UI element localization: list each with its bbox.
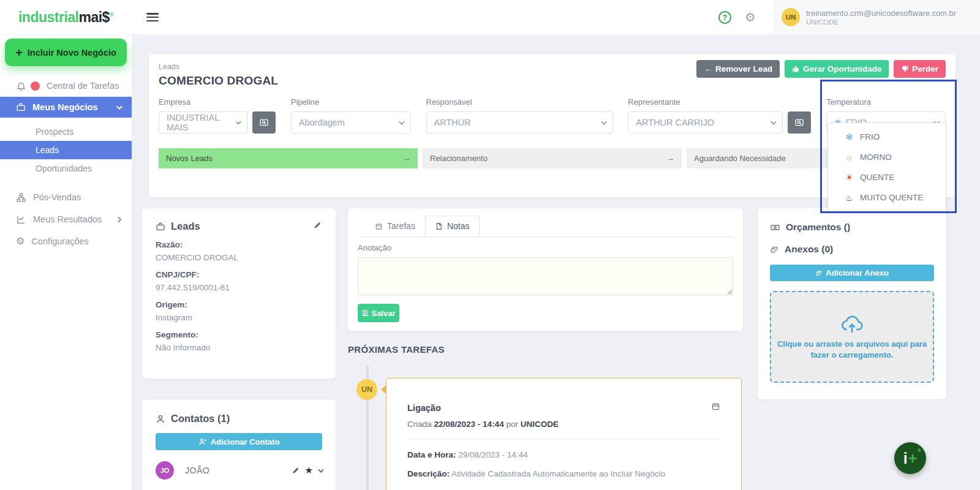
attachments-heading: Anexos (0) <box>770 244 934 255</box>
stage-relacionamento[interactable]: Relacionamento→ <box>423 148 682 168</box>
main-content: Leads COMERCIO DROGAL ← Remover Lead Ger… <box>132 35 980 490</box>
header-actions: ← Remover Lead Gerar Oportunidade Perder <box>696 60 946 78</box>
new-business-button[interactable]: + Incluir Novo Negócio <box>5 39 127 66</box>
sidebar-item-prospects[interactable]: Prospects <box>0 123 132 141</box>
option-label: MUITO QUENTE <box>860 193 923 202</box>
sidebar-item-leads[interactable]: Leads <box>0 141 132 159</box>
sidebar-item-central-tarefas[interactable]: Central de Tarefas <box>0 75 132 97</box>
empresa-lookup-button[interactable] <box>252 111 276 134</box>
sun-dim-icon: ☼ <box>844 152 854 162</box>
contacts-card: Contatos (1) Adicionar Contato JO JOÃO ★ <box>142 399 336 490</box>
edit-pencil-icon[interactable] <box>292 466 300 475</box>
sidebar-item-label: Configurações <box>31 236 89 246</box>
sidebar-item-meus-resultados[interactable]: Meus Resultados <box>0 208 132 230</box>
empresa-select[interactable]: INDUSTRIAL MAIS <box>159 111 247 134</box>
tab-label: Notas <box>447 221 470 231</box>
cloud-upload-icon <box>840 313 864 334</box>
star-icon[interactable]: ★ <box>305 465 313 476</box>
lose-lead-label: Perder <box>912 64 938 74</box>
created-author: UNICODE <box>521 420 559 429</box>
lose-lead-button[interactable]: Perder <box>894 60 946 78</box>
topbar: industrialmai$® ? ⚙ UN treinamento.crm@u… <box>0 0 980 35</box>
timeline-arrow <box>381 385 386 394</box>
thermometer-hot-icon: ♨ <box>844 193 854 203</box>
temperatura-option-quente[interactable]: ☀QUENTE <box>828 167 946 187</box>
banknote-icon <box>770 222 780 233</box>
notes-card: Tarefas Notas Anotação Salvar <box>348 208 743 331</box>
add-contact-button[interactable]: Adicionar Contato <box>156 433 322 450</box>
add-attachment-button[interactable]: Adicionar Anexo <box>770 265 934 281</box>
sidebar-item-meus-negocios[interactable]: Meus Negócios <box>0 97 132 118</box>
sun-icon: ☀ <box>844 172 854 183</box>
hamburger-menu-icon[interactable] <box>146 13 159 21</box>
sidebar-item-label: Prospects <box>36 127 74 137</box>
remove-lead-label: Remover Lead <box>715 64 772 74</box>
empresa-label: Empresa <box>159 97 276 107</box>
fab-plus-text: + <box>908 450 918 467</box>
paperclip-icon <box>770 245 779 254</box>
save-floppy-icon <box>361 309 369 317</box>
sidebar-nav: Central de Tarefas Meus Negócios Prospec… <box>0 75 132 252</box>
sidebar-item-label: Leads <box>36 145 59 155</box>
fab-i-text: i <box>903 450 908 467</box>
tab-notas[interactable]: Notas <box>425 216 480 236</box>
remove-lead-button[interactable]: ← Remover Lead <box>696 60 780 78</box>
generate-opportunity-button[interactable]: Gerar Oportunidade <box>785 60 889 78</box>
chevron-down-icon[interactable] <box>318 467 324 473</box>
representante-select[interactable]: ARTHUR CARRIJO <box>628 111 783 134</box>
notes-tabbar: Tarefas Notas <box>358 216 733 237</box>
temperatura-option-frio[interactable]: ❄FRIO <box>828 127 946 147</box>
pipeline-select[interactable]: Abordagem <box>291 111 411 134</box>
next-tasks-section: PRÓXIMAS TAREFAS UN Ligação Criada 22/08… <box>348 344 743 490</box>
dropzone-text: Clique ou arraste os arquivos aqui para … <box>775 339 929 360</box>
task-divider <box>407 439 720 439</box>
user-menu[interactable]: UN treinamento.crm@unicodesoftware.com.b… <box>773 0 980 35</box>
arrow-right-icon: → <box>666 154 674 163</box>
snowflake-icon: ❄ <box>844 132 854 143</box>
budgets-title: Orçamentos () <box>786 222 850 233</box>
arrow-right-icon: → <box>402 154 410 163</box>
paperclip-icon <box>815 270 823 277</box>
add-attachment-label: Adicionar Anexo <box>826 268 889 277</box>
temperatura-option-morno[interactable]: ☼MORNO <box>828 147 946 167</box>
logo[interactable]: industrialmai$® <box>0 9 132 26</box>
annotation-textarea[interactable] <box>358 257 733 295</box>
responsavel-group: Responsável ARTHUR <box>426 97 613 134</box>
sidebar-item-label: Central de Tarefas <box>47 81 119 91</box>
datetime-label: Data e Hora: <box>407 450 456 459</box>
help-icon[interactable]: ? <box>718 11 731 24</box>
temperatura-option-muito-quente[interactable]: ♨MUITO QUENTE <box>828 187 946 208</box>
sidebar-item-oportunidades[interactable]: Oportunidades <box>0 159 132 178</box>
person-icon <box>156 414 165 424</box>
sidebar-item-pos-vendas[interactable]: Pós-Vendas <box>0 186 132 208</box>
field-label: CNPJ/CPF: <box>156 270 322 279</box>
edit-pencil-icon[interactable] <box>313 221 322 232</box>
representante-label: Representante <box>628 97 811 107</box>
stage-novos-leads[interactable]: Novos Leads→ <box>159 148 418 168</box>
sidebar-item-label: Meus Negócios <box>32 102 97 112</box>
note-icon <box>435 222 443 230</box>
empresa-group: Empresa INDUSTRIAL MAIS <box>159 97 276 134</box>
responsavel-select[interactable]: ARTHUR <box>426 111 613 134</box>
file-dropzone[interactable]: Clique ou arraste os arquivos aqui para … <box>770 291 934 383</box>
sitemap-icon <box>16 192 26 203</box>
option-label: QUENTE <box>860 173 894 182</box>
task-created-line: Criada 22/08/2023 - 14:44 por UNICODE <box>407 420 720 429</box>
calendar-icon[interactable] <box>711 402 720 413</box>
tab-tarefas[interactable]: Tarefas <box>365 216 425 236</box>
add-contact-label: Adicionar Contato <box>211 437 280 447</box>
option-label: MORNO <box>860 153 892 162</box>
representante-lookup-button[interactable] <box>788 111 811 134</box>
task-avatar: UN <box>356 379 377 400</box>
sidebar-item-label: Meus Resultados <box>33 214 102 224</box>
lead-card-title: Leads <box>171 221 200 232</box>
chevron-down-icon <box>600 119 606 125</box>
contact-avatar: JO <box>156 461 174 480</box>
brand-fab-button[interactable]: i + ® <box>894 442 926 474</box>
temperatura-dropdown: ❄FRIO ☼MORNO ☀QUENTE ♨MUITO QUENTE <box>827 123 946 212</box>
settings-gear-icon[interactable]: ⚙ <box>745 11 756 23</box>
save-note-button[interactable]: Salvar <box>358 304 399 322</box>
option-label: FRIO <box>860 132 880 141</box>
generate-opportunity-label: Gerar Oportunidade <box>803 64 881 74</box>
sidebar-item-configuracoes[interactable]: ⚙ Configurações <box>0 230 132 252</box>
